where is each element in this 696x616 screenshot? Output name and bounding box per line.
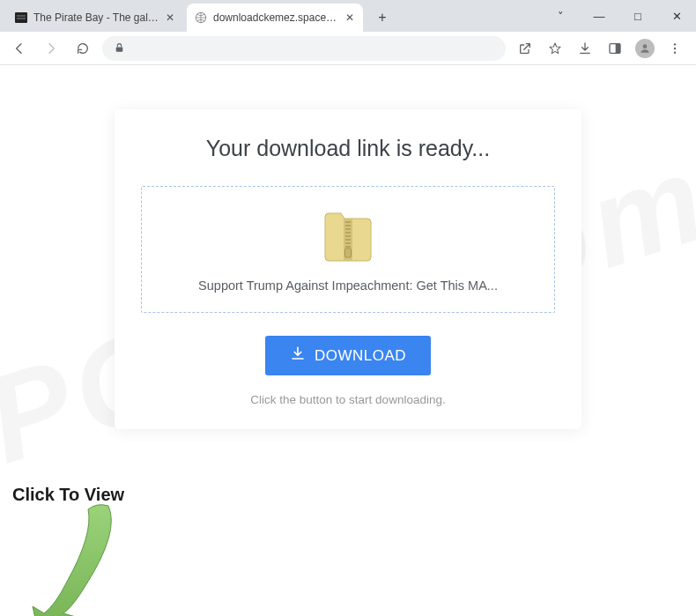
- tab-title: The Pirate Bay - The galaxy's mo...: [33, 11, 159, 24]
- profile-avatar[interactable]: [633, 36, 657, 61]
- new-tab-button[interactable]: +: [370, 5, 395, 30]
- svg-point-5: [643, 44, 648, 48]
- zip-folder-icon: [323, 206, 373, 263]
- downloads-icon[interactable]: [573, 36, 597, 61]
- window-controls: ˅ — □ ✕: [541, 0, 696, 32]
- svg-rect-2: [115, 47, 122, 51]
- globe-favicon-icon: [194, 11, 208, 25]
- browser-titlebar: The Pirate Bay - The galaxy's mo... ✕ do…: [0, 0, 696, 32]
- browser-toolbar: [0, 32, 696, 65]
- window-close-button[interactable]: ✕: [657, 2, 696, 30]
- green-arrow-icon: [25, 501, 122, 616]
- svg-rect-4: [616, 43, 620, 53]
- download-button-label: DOWNLOAD: [315, 347, 406, 365]
- maximize-button[interactable]: □: [618, 2, 657, 30]
- svg-point-7: [674, 47, 676, 48]
- forward-button[interactable]: [39, 36, 63, 61]
- bookmark-star-icon[interactable]: [543, 36, 567, 61]
- side-panel-icon[interactable]: [603, 36, 627, 61]
- reload-button[interactable]: [70, 36, 95, 61]
- svg-rect-0: [15, 12, 27, 23]
- page-content: Your download link is ready... Support T…: [0, 65, 696, 616]
- download-button[interactable]: DOWNLOAD: [265, 336, 431, 375]
- address-bar[interactable]: [102, 36, 506, 61]
- tab-pirate-bay[interactable]: The Pirate Bay - The galaxy's mo... ✕: [7, 4, 183, 32]
- lock-icon: [113, 42, 125, 55]
- close-icon[interactable]: ✕: [164, 11, 176, 24]
- svg-point-6: [674, 43, 676, 45]
- tab-download-page[interactable]: downloadckemez.space/9/?7fk8... ✕: [187, 4, 363, 32]
- pirate-favicon-icon: [14, 11, 28, 25]
- page-heading: Your download link is ready...: [141, 136, 555, 161]
- download-card: Your download link is ready... Support T…: [115, 109, 581, 429]
- close-icon[interactable]: ✕: [344, 11, 356, 24]
- back-button[interactable]: [7, 36, 32, 61]
- file-name-label: Support Trump Against Impeachment: Get T…: [159, 278, 537, 293]
- kebab-menu-icon[interactable]: [663, 36, 687, 61]
- file-box: Support Trump Against Impeachment: Get T…: [141, 186, 555, 313]
- share-icon[interactable]: [513, 36, 537, 61]
- toolbar-right: [513, 36, 689, 61]
- hint-text: Click the button to start downloading.: [141, 393, 555, 406]
- svg-point-8: [674, 51, 676, 53]
- minimize-button[interactable]: —: [580, 2, 618, 30]
- tab-title: downloadckemez.space/9/?7fk8...: [213, 11, 338, 24]
- tab-menu-button[interactable]: ˅: [541, 2, 580, 30]
- download-arrow-icon: [290, 345, 306, 366]
- svg-rect-18: [345, 249, 352, 257]
